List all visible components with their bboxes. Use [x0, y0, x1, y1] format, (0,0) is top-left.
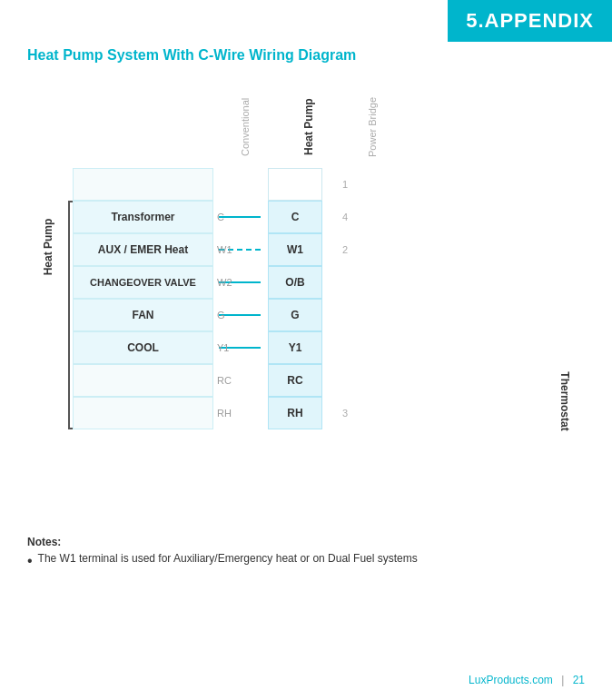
footer: LuxProducts.com | 21: [469, 674, 585, 686]
wire-cell-3: W2: [213, 266, 268, 299]
hp-cell-5: Y1: [268, 331, 322, 364]
label-cell-2: AUX / EMER Heat: [73, 233, 213, 266]
notes-title: Notes:: [27, 536, 418, 548]
pb-cell-2: 2: [322, 233, 368, 266]
hp-cell-2: W1: [268, 233, 322, 266]
label-cell-6: [73, 364, 213, 397]
pb-cell-7: 3: [322, 397, 368, 429]
wire-cell-4: G: [213, 299, 268, 331]
diagram-table: 1 Transformer C C 4 AUX / EMER Heat W1 W…: [73, 168, 576, 429]
table-row: FAN G G: [73, 299, 576, 331]
table-row: Transformer C C 4: [73, 201, 576, 233]
note-bullet: •: [27, 552, 33, 569]
table-row: RC RC: [73, 364, 576, 397]
pb-cell-4: [322, 299, 368, 331]
heat-pump-side-label: Heat Pump: [42, 219, 54, 276]
table-row: 1: [73, 168, 576, 201]
label-cell-7: [73, 397, 213, 429]
hp-cell-1: C: [268, 201, 322, 233]
hp-cell-6: RC: [268, 364, 322, 397]
pb-cell-6: [322, 364, 368, 397]
label-cell-4: FAN: [73, 299, 213, 331]
table-row: RH RH 3: [73, 397, 576, 429]
pb-cell-3: [322, 266, 368, 299]
label-cell-1: Transformer: [73, 201, 213, 233]
note-item-0: • The W1 terminal is used for Auxiliary/…: [27, 552, 418, 569]
hp-cell-4: G: [268, 299, 322, 331]
hp-cell-7: RH: [268, 397, 322, 429]
wire-cell-2: W1: [213, 233, 268, 266]
footer-page: 21: [573, 674, 585, 686]
wire-cell-5: Y1: [213, 331, 268, 364]
column-headers: Conventional Heat Pump Power Bridge: [213, 77, 404, 168]
col-header-conventional: Conventional: [213, 86, 277, 168]
table-row: CHANGEOVER VALVE W2 O/B: [73, 266, 576, 299]
wire-cell-7: RH: [213, 397, 268, 429]
wire-cell-1: C: [213, 201, 268, 233]
col-header-power-bridge: Power Bridge: [341, 86, 404, 168]
table-row: AUX / EMER Heat W1 W1 2: [73, 233, 576, 266]
pb-cell-5: [322, 331, 368, 364]
label-cell-3: CHANGEOVER VALVE: [73, 266, 213, 299]
appendix-header: 5.APPENDIX: [448, 0, 612, 42]
col-header-heat-pump: Heat Pump: [277, 86, 341, 168]
pb-cell-0: 1: [322, 168, 368, 201]
note-text-0: The W1 terminal is used for Auxiliary/Em…: [38, 552, 418, 565]
hp-cell-0: [268, 168, 322, 201]
wire-cell-6: RC: [213, 364, 268, 397]
wire-cell-0: [213, 168, 268, 201]
table-row: COOL Y1 Y1: [73, 331, 576, 364]
page-title: Heat Pump System With C-Wire Wiring Diag…: [27, 47, 356, 64]
label-cell-0: [73, 168, 213, 201]
notes-section: Notes: • The W1 terminal is used for Aux…: [27, 536, 418, 569]
pb-cell-1: 4: [322, 201, 368, 233]
hp-cell-3: O/B: [268, 266, 322, 299]
label-cell-5: COOL: [73, 331, 213, 364]
footer-website: LuxProducts.com: [469, 674, 553, 686]
footer-divider: |: [561, 674, 564, 686]
